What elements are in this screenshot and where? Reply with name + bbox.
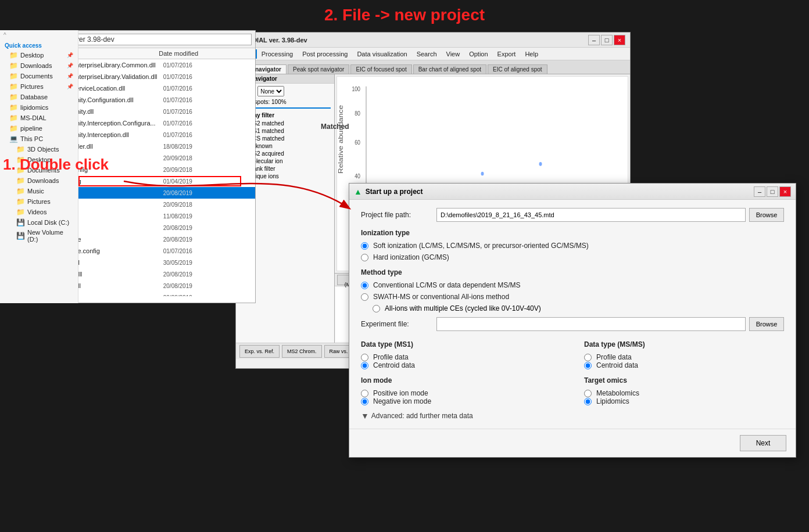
sidebar-item[interactable]: 📁lipidomics: [0, 102, 78, 113]
msms-group: Profile dataCentroid data: [584, 353, 784, 369]
dialog-minimize[interactable]: –: [754, 186, 765, 197]
sidebar-sub-item[interactable]: 📁Pictures: [0, 196, 78, 207]
radio-input[interactable]: [584, 362, 592, 369]
sidebar-item-label: Documents: [27, 167, 60, 174]
radio-input[interactable]: [361, 362, 368, 369]
sidebar-item-label: Desktop: [20, 52, 44, 59]
ion-mode-group: Positive ion modeNegative ion mode: [361, 389, 561, 405]
sidebar-item-this-pc[interactable]: 💻This PC: [0, 134, 78, 144]
menu-help[interactable]: Help: [520, 49, 543, 59]
bottom-btn-exp.-vs.-ref.[interactable]: Exp. vs. Ref.: [239, 345, 280, 358]
menu-processing[interactable]: Processing: [257, 49, 298, 59]
dialog-win-controls[interactable]: – □ ×: [754, 186, 791, 197]
advanced-chevron[interactable]: ▼: [361, 411, 369, 420]
project-path-row: Project file path: Browse: [361, 208, 784, 222]
experiment-browse-btn[interactable]: Browse: [749, 317, 784, 331]
radio-row: Soft ionization (LC/MS, LC/MS/MS, or pre…: [361, 242, 784, 250]
ms1-data-type-title: Data type (MS1): [361, 340, 561, 348]
radio-input[interactable]: [584, 390, 592, 397]
method-type-title: Method type: [361, 268, 784, 276]
menu-option[interactable]: Option: [464, 49, 492, 59]
radio-input[interactable]: [361, 254, 368, 261]
sidebar-item[interactable]: 📁Desktop📌: [0, 50, 78, 60]
dialog-maximize[interactable]: □: [767, 186, 778, 197]
menu-export[interactable]: Export: [493, 49, 521, 59]
method-radio[interactable]: [361, 282, 368, 289]
pin-icon: 📌: [67, 52, 73, 58]
method-radio-3[interactable]: [373, 305, 380, 312]
sidebar-sub-item[interactable]: 📁Documents: [0, 165, 78, 175]
ion-target-section: Ion mode Positive ion modeNegative ion m…: [361, 374, 784, 405]
dialog-close[interactable]: ×: [779, 186, 791, 197]
radio-input[interactable]: [584, 354, 592, 361]
drive-icon: 📁: [16, 177, 25, 185]
sidebar-item-label: Documents: [20, 73, 53, 80]
sidebar-sub-item[interactable]: 💾Local Disk (C:): [0, 217, 78, 228]
sidebar-item-label: Downloads: [20, 62, 52, 69]
menu-data visualization[interactable]: Data visualization: [352, 49, 411, 59]
radio-input[interactable]: [361, 390, 368, 397]
msdial-menubar[interactable]: FileProcessingPost processingData visual…: [236, 48, 630, 60]
sidebar-sub-item[interactable]: 📁Desktop: [0, 154, 78, 165]
sidebar-item-label: Downloads: [27, 177, 59, 184]
file-date: 01/04/2019: [163, 178, 252, 185]
radio-label: Soft ionization (LC/MS, LC/MS/MS, or pre…: [373, 242, 589, 250]
maximize-btn[interactable]: □: [601, 35, 613, 45]
menu-view[interactable]: View: [442, 49, 465, 59]
folder-icon: 📁: [9, 82, 18, 91]
sidebar-sub-item[interactable]: 📁Downloads: [0, 175, 78, 186]
experiment-file-input[interactable]: [436, 317, 746, 331]
target-omics-col: Target omics MetabolomicsLipidomics: [584, 374, 784, 405]
radio-input[interactable]: [584, 398, 592, 405]
radio-input[interactable]: [361, 354, 368, 361]
drive-icon: 📁: [16, 145, 25, 153]
sidebar-item[interactable]: 📁Pictures📌: [0, 81, 78, 92]
radio-label: Metabolomics: [596, 389, 639, 397]
pin-icon: 📌: [67, 63, 73, 69]
matched-label: Matched: [321, 123, 349, 131]
sidebar-sub-item[interactable]: 📁Videos: [0, 207, 78, 217]
drive-icon: 💾: [16, 232, 25, 240]
msdial-win-controls[interactable]: – □ ×: [588, 35, 625, 45]
method-label: Conventional LC/MS or data dependent MS/…: [373, 281, 520, 289]
bottom-btn-ms2-chrom.[interactable]: MS2 Chrom.: [282, 345, 322, 358]
file-date: 01/07/2016: [163, 74, 252, 80]
drive-icon: 📁: [16, 156, 25, 164]
tab-eic-of-focused-spot[interactable]: EIC of focused spot: [350, 64, 411, 74]
sidebar-item[interactable]: 📁MS-DIAL: [0, 113, 78, 123]
dialog-body: Project file path: Browse Ionization typ…: [349, 200, 796, 429]
sidebar-item[interactable]: 📁Documents📌: [0, 71, 78, 81]
sidebar-item-label: lipidomics: [20, 104, 48, 111]
radio-input[interactable]: [361, 242, 368, 250]
sidebar-item-label: 3D Objects: [27, 146, 59, 153]
dialog-title-left: ▲ Start up a project: [354, 187, 423, 196]
sidebar-item[interactable]: 📁Downloads📌: [0, 60, 78, 71]
label-select[interactable]: None: [257, 86, 284, 96]
file-date: 20/08/2019: [163, 236, 252, 243]
sidebar-sub-item[interactable]: 💾New Volume (D:): [0, 228, 78, 244]
method-radio[interactable]: [361, 293, 368, 301]
tab-eic-of-aligned-spot[interactable]: EIC of aligned spot: [488, 64, 547, 74]
project-browse-btn[interactable]: Browse: [749, 208, 784, 222]
folder-icon: 📁: [9, 103, 18, 112]
sidebar-item[interactable]: 📁pipeline: [0, 123, 78, 134]
close-btn[interactable]: ×: [614, 35, 625, 45]
msms-data-type-title: Data type (MS/MS): [584, 340, 784, 348]
radio-row: Profile data: [584, 353, 784, 361]
advanced-label: Advanced: add further meta data: [371, 412, 473, 420]
sidebar-sub-item[interactable]: 📁Music: [0, 186, 78, 196]
next-button[interactable]: Next: [740, 435, 786, 451]
menu-post processing[interactable]: Post processing: [298, 49, 352, 59]
tab-peak-spot-navigator[interactable]: Peak spot navigator: [288, 64, 349, 74]
sidebar-sub-item[interactable]: 📁3D Objects: [0, 144, 78, 154]
menu-search[interactable]: Search: [412, 49, 442, 59]
tab-bar-chart-of-aligned-spot[interactable]: Bar chart of aligned spot: [413, 64, 486, 74]
project-path-input[interactable]: [436, 208, 746, 222]
sidebar-item[interactable]: 📁Database: [0, 92, 78, 102]
data-type-section: Data type (MS1) Profile dataCentroid dat…: [361, 338, 784, 369]
pin-icon: 📌: [67, 84, 73, 89]
file-date: 11/08/2019: [163, 213, 252, 220]
msdial-top-tabs[interactable]: File navigatorPeak spot navigatorEIC of …: [236, 60, 630, 74]
radio-input[interactable]: [361, 398, 368, 405]
minimize-btn[interactable]: –: [588, 35, 600, 45]
